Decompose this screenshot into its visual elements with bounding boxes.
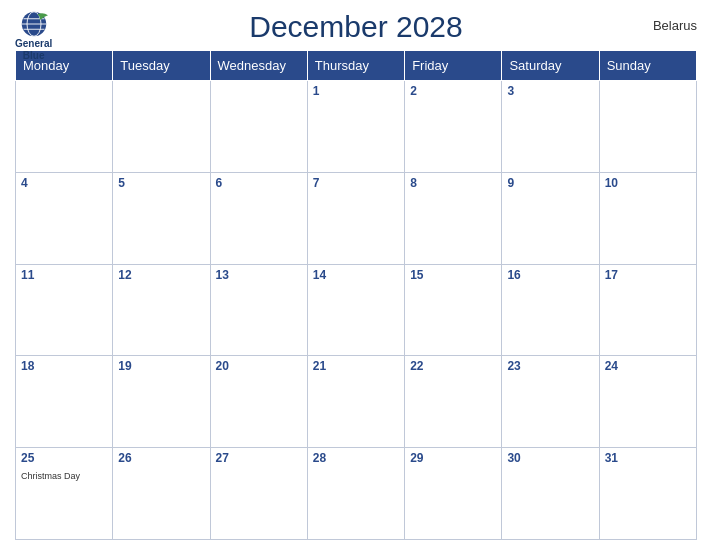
table-cell: 29 <box>405 448 502 540</box>
table-cell: 17 <box>599 264 696 356</box>
logo: General Blue <box>15 10 52 62</box>
weekday-header-row: Monday Tuesday Wednesday Thursday Friday… <box>16 51 697 81</box>
table-cell: 14 <box>307 264 404 356</box>
table-cell: 3 <box>502 81 599 173</box>
logo-line1: General <box>15 38 52 50</box>
calendar-container: General Blue December 2028 Belarus Monda… <box>0 0 712 550</box>
country-label: Belarus <box>653 18 697 33</box>
table-cell: 24 <box>599 356 696 448</box>
table-cell <box>210 81 307 173</box>
table-cell: 12 <box>113 264 210 356</box>
week-row-2: 4 5 6 7 8 9 10 <box>16 172 697 264</box>
table-cell: 4 <box>16 172 113 264</box>
table-cell-christmas: 25 Christmas Day <box>16 448 113 540</box>
table-cell: 22 <box>405 356 502 448</box>
table-cell <box>599 81 696 173</box>
logo-line2: Blue <box>23 50 45 62</box>
table-cell: 16 <box>502 264 599 356</box>
week-row-1: 1 2 3 <box>16 81 697 173</box>
table-cell: 21 <box>307 356 404 448</box>
table-cell <box>113 81 210 173</box>
week-row-4: 18 19 20 21 22 23 24 <box>16 356 697 448</box>
table-cell: 19 <box>113 356 210 448</box>
table-cell: 2 <box>405 81 502 173</box>
calendar-header: General Blue December 2028 Belarus <box>15 10 697 44</box>
calendar-title: December 2028 <box>249 10 462 44</box>
table-cell: 5 <box>113 172 210 264</box>
header-sunday: Sunday <box>599 51 696 81</box>
header-thursday: Thursday <box>307 51 404 81</box>
table-cell: 10 <box>599 172 696 264</box>
header-wednesday: Wednesday <box>210 51 307 81</box>
table-cell: 9 <box>502 172 599 264</box>
table-cell: 8 <box>405 172 502 264</box>
calendar-table: Monday Tuesday Wednesday Thursday Friday… <box>15 50 697 540</box>
table-cell: 6 <box>210 172 307 264</box>
week-row-3: 11 12 13 14 15 16 17 <box>16 264 697 356</box>
table-cell: 18 <box>16 356 113 448</box>
table-cell: 1 <box>307 81 404 173</box>
table-cell: 31 <box>599 448 696 540</box>
logo-icon <box>16 10 52 38</box>
table-cell: 23 <box>502 356 599 448</box>
table-cell: 11 <box>16 264 113 356</box>
week-row-5: 25 Christmas Day 26 27 28 29 30 31 <box>16 448 697 540</box>
header-saturday: Saturday <box>502 51 599 81</box>
table-cell: 7 <box>307 172 404 264</box>
table-cell: 27 <box>210 448 307 540</box>
table-cell: 28 <box>307 448 404 540</box>
table-cell: 30 <box>502 448 599 540</box>
table-cell: 26 <box>113 448 210 540</box>
header-tuesday: Tuesday <box>113 51 210 81</box>
table-cell: 15 <box>405 264 502 356</box>
header-friday: Friday <box>405 51 502 81</box>
table-cell: 13 <box>210 264 307 356</box>
table-cell <box>16 81 113 173</box>
table-cell: 20 <box>210 356 307 448</box>
